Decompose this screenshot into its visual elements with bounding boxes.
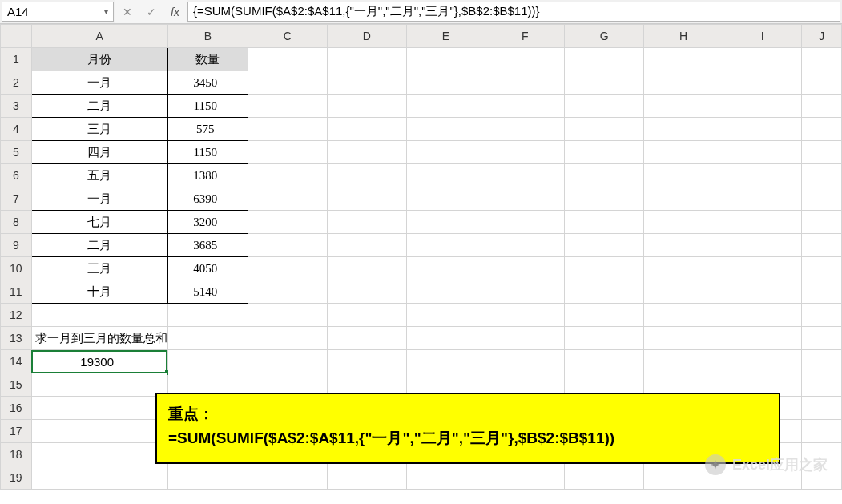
- cell-B7[interactable]: 6390: [167, 187, 248, 211]
- select-all-corner[interactable]: [1, 25, 32, 48]
- cell-H6[interactable]: [644, 164, 723, 187]
- cell-G6[interactable]: [565, 164, 644, 187]
- cell-A18[interactable]: [31, 443, 167, 466]
- cell-H5[interactable]: [644, 141, 723, 164]
- col-header-A[interactable]: A: [31, 25, 167, 48]
- cell-I4[interactable]: [723, 118, 801, 141]
- cell-D8[interactable]: [327, 211, 406, 234]
- cell-B19[interactable]: [167, 466, 248, 490]
- cell-B9[interactable]: 3685: [167, 234, 248, 257]
- cell-H9[interactable]: [644, 234, 723, 257]
- row-header-7[interactable]: 7: [1, 187, 32, 211]
- cell-D5[interactable]: [327, 141, 406, 164]
- cell-I2[interactable]: [723, 71, 801, 95]
- cell-J13[interactable]: [802, 327, 842, 350]
- cell-F2[interactable]: [485, 71, 565, 95]
- cell-I10[interactable]: [723, 257, 801, 280]
- cell-D19[interactable]: [327, 466, 406, 490]
- cell-B6[interactable]: 1380: [167, 164, 248, 187]
- cell-E5[interactable]: [406, 141, 485, 164]
- cell-D11[interactable]: [327, 280, 406, 304]
- cell-B8[interactable]: 3200: [167, 211, 248, 234]
- cell-D6[interactable]: [327, 164, 406, 187]
- cell-A17[interactable]: [31, 420, 167, 443]
- cell-J6[interactable]: [802, 164, 842, 187]
- col-header-D[interactable]: D: [327, 25, 406, 48]
- col-header-F[interactable]: F: [485, 25, 565, 48]
- col-header-C[interactable]: C: [248, 25, 327, 48]
- cell-J3[interactable]: [802, 95, 842, 118]
- cell-H1[interactable]: [644, 48, 723, 71]
- cell-G19[interactable]: [565, 466, 644, 490]
- cell-E1[interactable]: [406, 48, 485, 71]
- cell-H7[interactable]: [644, 187, 723, 211]
- cell-C1[interactable]: [248, 48, 327, 71]
- row-header-18[interactable]: 18: [1, 443, 32, 466]
- cell-A3[interactable]: 二月: [31, 95, 167, 118]
- cell-H8[interactable]: [644, 211, 723, 234]
- cell-A15[interactable]: [31, 373, 167, 397]
- cell-G11[interactable]: [565, 280, 644, 304]
- row-header-5[interactable]: 5: [1, 141, 32, 164]
- cell-J7[interactable]: [802, 187, 842, 211]
- cell-I11[interactable]: [723, 280, 801, 304]
- row-header-15[interactable]: 15: [1, 373, 32, 397]
- cell-E12[interactable]: [406, 304, 485, 327]
- cell-D4[interactable]: [327, 118, 406, 141]
- cell-B11[interactable]: 5140: [167, 280, 248, 304]
- cell-H11[interactable]: [644, 280, 723, 304]
- cell-I14[interactable]: [723, 350, 801, 373]
- cell-G2[interactable]: [565, 71, 644, 95]
- cell-I6[interactable]: [723, 164, 801, 187]
- cell-I5[interactable]: [723, 141, 801, 164]
- cell-C2[interactable]: [248, 71, 327, 95]
- cell-C6[interactable]: [248, 164, 327, 187]
- cell-G5[interactable]: [565, 141, 644, 164]
- row-header-3[interactable]: 3: [1, 95, 32, 118]
- cell-C9[interactable]: [248, 234, 327, 257]
- cell-A2[interactable]: 一月: [31, 71, 167, 95]
- cell-A8[interactable]: 七月: [31, 211, 167, 234]
- cell-D2[interactable]: [327, 71, 406, 95]
- cell-A7[interactable]: 一月: [31, 187, 167, 211]
- cell-F13[interactable]: [485, 327, 565, 350]
- cell-I9[interactable]: [723, 234, 801, 257]
- cell-A9[interactable]: 二月: [31, 234, 167, 257]
- row-header-14[interactable]: 14: [1, 350, 32, 373]
- cell-H10[interactable]: [644, 257, 723, 280]
- cell-I1[interactable]: [723, 48, 801, 71]
- cell-C8[interactable]: [248, 211, 327, 234]
- cell-A14[interactable]: 19300: [31, 350, 167, 373]
- row-header-11[interactable]: 11: [1, 280, 32, 304]
- col-header-E[interactable]: E: [406, 25, 485, 48]
- cell-G4[interactable]: [565, 118, 644, 141]
- cell-B3[interactable]: 1150: [167, 95, 248, 118]
- cell-F3[interactable]: [485, 95, 565, 118]
- row-header-4[interactable]: 4: [1, 118, 32, 141]
- cell-D1[interactable]: [327, 48, 406, 71]
- col-header-H[interactable]: H: [644, 25, 723, 48]
- row-header-13[interactable]: 13: [1, 327, 32, 350]
- cell-B10[interactable]: 4050: [167, 257, 248, 280]
- row-header-6[interactable]: 6: [1, 164, 32, 187]
- cell-C7[interactable]: [248, 187, 327, 211]
- cell-G7[interactable]: [565, 187, 644, 211]
- cell-C13[interactable]: [248, 327, 327, 350]
- cell-A12[interactable]: [31, 304, 167, 327]
- cell-J9[interactable]: [802, 234, 842, 257]
- cell-B5[interactable]: 1150: [167, 141, 248, 164]
- row-header-1[interactable]: 1: [1, 48, 32, 71]
- cell-H14[interactable]: [644, 350, 723, 373]
- cell-A1[interactable]: 月份: [31, 48, 167, 71]
- cell-E10[interactable]: [406, 257, 485, 280]
- cell-F14[interactable]: [485, 350, 565, 373]
- name-box-dropdown-icon[interactable]: ▾: [99, 2, 113, 21]
- cell-A6[interactable]: 五月: [31, 164, 167, 187]
- cell-A16[interactable]: [31, 397, 167, 420]
- cell-D3[interactable]: [327, 95, 406, 118]
- cell-E11[interactable]: [406, 280, 485, 304]
- cell-A13[interactable]: 求一月到三月的数量总和: [31, 327, 167, 350]
- cell-B1[interactable]: 数量: [167, 48, 248, 71]
- cell-F4[interactable]: [485, 118, 565, 141]
- cell-E9[interactable]: [406, 234, 485, 257]
